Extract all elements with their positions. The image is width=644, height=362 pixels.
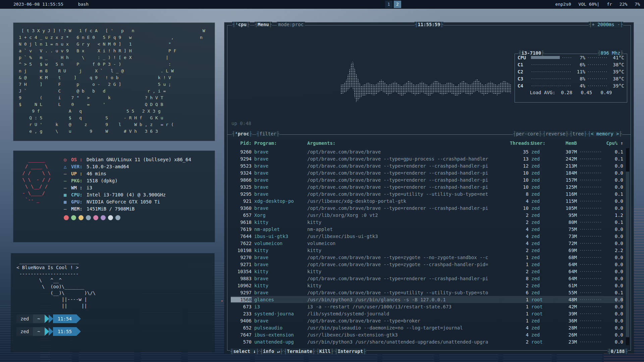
sort-arrow-icon: ↑ (621, 140, 623, 146)
cell-user: zed (531, 149, 553, 155)
memory-toggle[interactable]: < memory > (588, 131, 622, 136)
cell-mem: 28M (555, 325, 577, 330)
column-header-threads[interactable]: Threads: (510, 140, 529, 146)
toggle-button[interactable]: tree (569, 131, 587, 136)
cowsay-line: _____________________ (16, 258, 209, 264)
table-row[interactable]: 233 systemd-journa /lib/systemd/systemd-… (231, 310, 623, 317)
system-monitor-window[interactable]: ¹cpu Menu mode:proc 11:55:59 + 2000ms - … (224, 22, 634, 353)
process-table-header: Pid: Program: Arguments: Threads: User: … (231, 139, 623, 146)
table-row[interactable]: 10354 kitty kitty 2 zed 64M 0.0 (231, 268, 623, 275)
cell-threads: 10 (510, 177, 529, 183)
scrollbar-thumb[interactable] (626, 148, 629, 172)
table-row[interactable]: 9523 brave /opt/brave.com/brave/brave --… (231, 162, 623, 169)
tab-proc[interactable]: ⁴proc (232, 131, 252, 136)
status-item: enp2s0 (555, 2, 571, 7)
column-header-user[interactable]: User: (531, 140, 553, 146)
table-row[interactable]: 10962 kitty kitty 2 zed 61M 0.0 (231, 282, 623, 289)
table-row[interactable]: 9270 brave /opt/brave.com/brave/brave --… (231, 254, 623, 261)
cell-program: brave (254, 205, 305, 211)
status-bar: 2023-06-08 11:55:55 bash 12 enp2s0VOL 60… (0, 0, 644, 9)
prompt-arrow-icon (49, 327, 53, 336)
refresh-increase[interactable]: + (592, 22, 594, 27)
column-header-pid[interactable]: Pid: (231, 140, 252, 146)
process-table: 9260 brave /opt/brave.com/brave/brave 35… (231, 148, 623, 345)
cell-program: kitty (254, 248, 305, 253)
cell-pid: 9271 (231, 262, 252, 267)
table-row[interactable]: 657 Xorg /usr/lib/xorg/Xorg :0 vt2 2 zed… (231, 212, 623, 219)
filter-button[interactable]: filter (256, 131, 279, 136)
table-row[interactable]: 9883 brave /opt/brave.com/brave/brave --… (231, 275, 623, 282)
table-row[interactable]: 7622 volumeicon volumeicon 4 zed 72M 0.0 (231, 240, 623, 247)
toggle-button[interactable]: reverse (542, 131, 569, 136)
dotted-leader (580, 192, 602, 196)
table-row[interactable]: 9406 brave /opt/brave.com/brave/brave --… (231, 317, 623, 324)
cell-pid: 673 (231, 304, 252, 309)
logo-line: \ \__/ / (19, 183, 64, 190)
shell-prompt[interactable]: zed ~ 11:54 (16, 314, 209, 323)
workspace-button[interactable]: 2 (394, 1, 401, 8)
table-row[interactable]: 7647 ibus-extension /usr/libexec/ibus-ex… (231, 331, 623, 338)
tab-cpu[interactable]: ¹cpu (232, 22, 250, 27)
terminal-window-art[interactable]: [ t 3 X y J ] ! ? W 1 f c A [ ' p n W1 +… (13, 23, 215, 141)
table-row[interactable]: 1568 glances /usr/bin/python3 /usr/bin/g… (231, 296, 623, 303)
table-row[interactable]: 7619 nm-applet nm-applet 4 zed 75M 0.0 (231, 226, 623, 233)
toggle-button[interactable]: per-core (513, 131, 542, 136)
refresh-rate-control[interactable]: + 2000ms - (589, 22, 623, 27)
cell-args: /opt/brave.com/brave/brave --type=utilit… (307, 191, 507, 197)
footer-action-button[interactable]: Interrupt (334, 349, 366, 354)
refresh-decrease[interactable]: - (617, 22, 620, 27)
cell-args: /usr/bin/pulseaudio --daemonize=no --log… (307, 325, 507, 330)
column-header-program[interactable]: Program: (254, 140, 305, 146)
cell-program: brave (254, 290, 305, 295)
table-row[interactable]: 652 pulseaudio /usr/bin/pulseaudio --dae… (231, 324, 623, 331)
cell-pid: 921 (231, 198, 252, 204)
cowsay-line: (__)\ )\/\ (16, 290, 209, 296)
cell-pid: 9523 (231, 163, 252, 169)
table-row[interactable]: 9260 brave /opt/brave.com/brave/brave 35… (231, 148, 623, 155)
table-row[interactable]: 921 xdg-desktop-po /usr/libexec/xdg-desk… (231, 197, 623, 204)
terminal-window-fetch[interactable]: ______ / ____ \ / / \ \ \ \ - / / \ \__/… (13, 151, 215, 242)
dotted-leader (580, 235, 602, 238)
tab-proc-hotkey: ⁴ (235, 131, 237, 136)
cell-threads: 10 (510, 184, 529, 190)
footer-action-button[interactable]: Kill (316, 349, 334, 354)
cell-pid: 7647 (231, 332, 252, 338)
table-row[interactable]: 9360 brave /opt/brave.com/brave/brave --… (231, 204, 623, 212)
column-header-args[interactable]: Arguments: (307, 140, 507, 146)
footer-action-button[interactable]: Terminate (284, 349, 316, 354)
column-header-cpu[interactable]: Cpu% ↑ (604, 140, 623, 146)
cell-pid: 9295 (231, 191, 252, 197)
table-row[interactable]: 9294 brave /opt/brave.com/brave/brave --… (231, 155, 623, 162)
cell-args: /opt/brave.com/brave/brave --type=render… (307, 170, 507, 176)
dotted-leader (531, 70, 572, 73)
cell-mem: 64M (555, 276, 577, 281)
dotted-leader (580, 263, 602, 266)
dotted-leader (587, 77, 607, 80)
table-row[interactable]: 9866 brave /opt/brave.com/brave/brave --… (231, 176, 623, 183)
column-header-mem[interactable]: MemB (555, 140, 577, 146)
cell-threads: 2 (510, 269, 529, 274)
table-row[interactable]: 9295 brave /opt/brave.com/brave/brave --… (231, 190, 623, 197)
table-row[interactable]: 9325 brave /opt/brave.com/brave/brave --… (231, 183, 623, 190)
prompt-directory: ~ (33, 327, 44, 336)
footer-action-button[interactable]: info ↵ (260, 349, 283, 354)
footer-action-button[interactable]: select ↓ (230, 349, 259, 354)
menu-button[interactable]: Menu (255, 22, 272, 27)
table-row[interactable]: 570 unattended-upg /usr/bin/python3 /usr… (231, 338, 623, 345)
table-row[interactable]: 673 i3 i3 -a --restart /run/user/1000/i3… (231, 303, 623, 310)
table-row[interactable]: 9271 brave /opt/brave.com/brave/brave --… (231, 261, 623, 268)
dotted-leader (531, 84, 572, 87)
entry-icon: — (64, 177, 71, 184)
workspace-button[interactable]: 1 (385, 1, 392, 8)
table-row[interactable]: 7644 ibus-ui-gtk3 /usr/libexec/ibus-ui-g… (231, 233, 623, 240)
table-row[interactable]: 9618 kitty kitty 2 zed 80M 0.1 (231, 219, 623, 226)
table-row[interactable]: 9297 brave /opt/brave.com/brave/brave --… (231, 289, 623, 296)
cell-cpu: 0.1 (604, 290, 623, 295)
table-row[interactable]: 9324 brave /opt/brave.com/brave/brave --… (231, 169, 623, 176)
terminal-window-cowsay[interactable]: _____________________< BlueNova Is Cool … (11, 253, 214, 352)
shell-prompt[interactable]: zed ~ 11:55 (16, 327, 209, 336)
cell-user: root (531, 311, 553, 316)
scrollbar[interactable] (626, 148, 629, 345)
dotted-leader (580, 284, 602, 287)
table-row[interactable]: 10198 kitty kitty 2 zed 69M 2.2 (231, 247, 623, 254)
